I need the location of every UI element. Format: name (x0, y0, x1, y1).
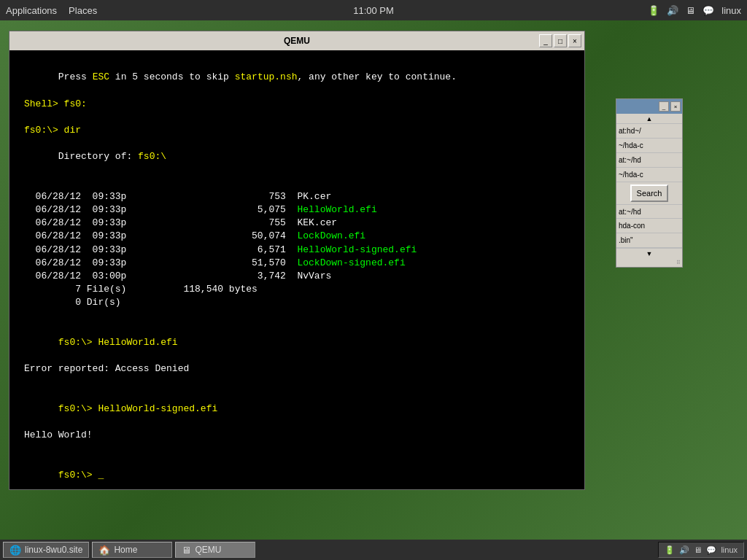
term-continue-text: , any other key to continue. (298, 71, 457, 82)
site-icon: 🌐 (9, 545, 21, 556)
top-bar-menu-group: Applications Places (6, 5, 648, 16)
term-access-denied: Error reported: Access Denied (24, 362, 570, 376)
terminal-content: Press ESC in 5 seconds to skip startup.n… (9, 50, 584, 489)
term-blank-2 (24, 177, 570, 190)
side-close-button[interactable]: × (670, 101, 681, 112)
term-line-1: Press ESC in 5 seconds to skip startup.n… (24, 58, 570, 98)
term-blank-4 (24, 376, 570, 389)
maximize-button[interactable]: □ (554, 34, 567, 47)
qemu-window: QEMU _ □ × Press ESC in 5 seconds to ski… (9, 31, 585, 490)
term-directory-of-label: Directory of: (58, 151, 138, 162)
taskbar-site-label: linux-8wu0.site (25, 545, 82, 555)
systray-icon-network: 🖥 (694, 545, 702, 554)
scroll-up-button[interactable]: ▲ (616, 114, 682, 124)
term-blank-1 (24, 111, 570, 124)
term-esc: ESC (93, 71, 109, 82)
resize-grip: ⠿ (616, 258, 682, 267)
term-dir-prompt: fs0:\> dir (24, 124, 570, 137)
scroll-down-button[interactable]: ▼ (616, 248, 682, 258)
side-panel-row-5[interactable]: hda-con (616, 219, 682, 233)
side-panel-row-4[interactable]: at:~/hd (616, 204, 682, 219)
side-panel-row-6[interactable]: .bin" (616, 233, 682, 248)
term-blank-3 (24, 310, 570, 323)
term-file-row-5: 06/28/12 09:33p 51,570 LockDown-signed.e… (24, 257, 570, 270)
term-helloworldsigned-prompt: fs0:\> HelloWorld-signed.efi (24, 389, 570, 429)
search-panel: Search (616, 182, 682, 204)
term-file-row-3: 06/28/12 09:33p 50,074 LockDown.efi (24, 230, 570, 243)
systray-icon-battery: 🔋 (665, 545, 675, 555)
term-file-row-0: 06/28/12 09:33p 753 PK.cer (24, 190, 570, 203)
taskbar-home-label: Home (114, 545, 137, 555)
term-final-prompt: fs0:\> _ (24, 456, 570, 489)
home-icon: 🏠 (98, 545, 110, 556)
top-bar: Applications Places 11:00 PM 🔋 🔊 🖥 💬 lin… (0, 0, 747, 20)
term-press-text: Press (58, 71, 93, 82)
term-blank-5 (24, 442, 570, 455)
qemu-titlebar: QEMU _ □ × (9, 31, 584, 50)
menu-applications[interactable]: Applications (6, 5, 57, 16)
term-helloworld-prompt: fs0:\> HelloWorld.efi (24, 323, 570, 363)
term-file-row-2: 06/28/12 09:33p 755 KEK.cer (24, 217, 570, 230)
term-shell-prompt: Shell> fs0: (24, 98, 570, 111)
term-file-count: 7 File(s) 118,540 bytes (24, 283, 570, 296)
username-label: linux (721, 5, 741, 16)
search-button[interactable]: Search (630, 184, 668, 202)
side-panel-row-2[interactable]: at:~/hd (616, 153, 682, 168)
qemu-title: QEMU (284, 36, 310, 46)
taskbar-item-qemu[interactable]: 🖥 QEMU (175, 542, 255, 558)
side-panel-row-3[interactable]: ~/hda-c (616, 168, 682, 182)
side-panel-titlebar: _ × (616, 99, 682, 114)
taskbar: 🌐 linux-8wu0.site 🏠 Home 🖥 QEMU 🔋 🔊 🖥 💬 … (0, 540, 747, 560)
term-hello-world: Hello World! (24, 429, 570, 442)
volume-icon: 🔊 (667, 5, 678, 16)
network-icon: 🖥 (686, 5, 695, 16)
window-controls: _ □ × (539, 34, 581, 47)
term-file-row-4: 06/28/12 09:33p 6,571 HelloWorld-signed.… (24, 244, 570, 257)
term-dir-of: Directory of: fs0:\ (24, 137, 570, 177)
side-panel-row-1[interactable]: ~/hda-c (616, 139, 682, 153)
term-dir-count: 0 Dir(s) (24, 296, 570, 309)
systray-username: linux (721, 545, 738, 554)
minimize-button[interactable]: _ (539, 34, 552, 47)
side-panel: _ × ▲ at:hd~/ ~/hda-c at:~/hd ~/hda-c Se… (616, 98, 683, 268)
term-startup: startup.nsh (235, 71, 298, 82)
taskbar-item-site[interactable]: 🌐 linux-8wu0.site (3, 542, 89, 558)
term-file-row-1: 06/28/12 09:33p 5,075 HelloWorld.efi (24, 203, 570, 217)
term-skip-text: in 5 seconds to skip (109, 71, 235, 82)
qemu-icon: 🖥 (182, 545, 191, 556)
systray: 🔋 🔊 🖥 💬 linux (658, 542, 744, 558)
side-panel-row-0[interactable]: at:hd~/ (616, 124, 682, 139)
systray-icon-chat: 💬 (706, 545, 716, 555)
chat-icon: 💬 (703, 5, 714, 16)
top-bar-right: 🔋 🔊 🖥 💬 linux (648, 5, 741, 16)
term-dir-path: fs0:\ (138, 151, 166, 162)
systray-icon-volume: 🔊 (679, 545, 689, 555)
menu-places[interactable]: Places (69, 5, 97, 16)
close-button[interactable]: × (568, 34, 581, 47)
taskbar-item-home[interactable]: 🏠 Home (92, 542, 172, 558)
term-file-row-6: 06/28/12 03:00p 3,742 NvVars (24, 270, 570, 283)
taskbar-qemu-label: QEMU (195, 545, 221, 555)
battery-icon: 🔋 (648, 5, 659, 16)
clock: 11:00 PM (353, 5, 394, 16)
side-minimize-button[interactable]: _ (659, 101, 669, 112)
